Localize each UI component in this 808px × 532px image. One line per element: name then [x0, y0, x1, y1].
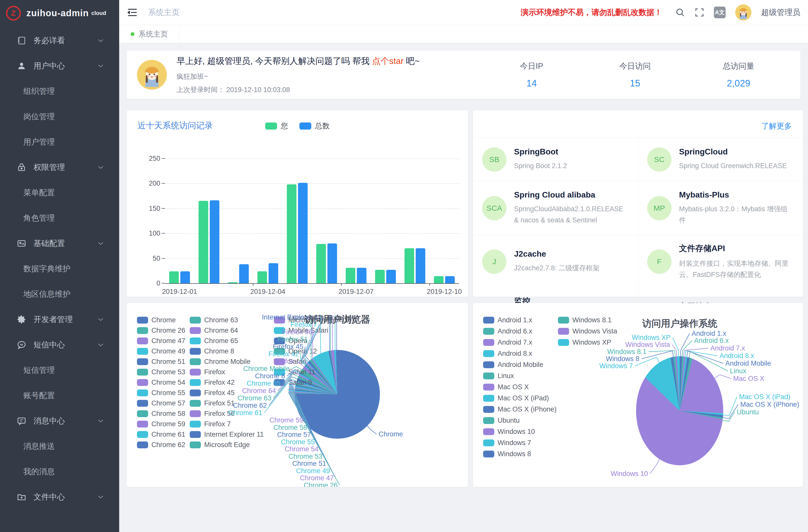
- legend-item[interactable]: Chrome 63: [190, 316, 238, 324]
- legend-item[interactable]: Chrome: [137, 316, 176, 324]
- legend-item[interactable]: 总数: [299, 121, 330, 131]
- legend-item[interactable]: Chrome 62: [137, 441, 185, 449]
- legend-item[interactable]: Firefox 56: [190, 410, 235, 418]
- legend-swatch: [190, 400, 201, 407]
- sidebar-item-account-config[interactable]: 账号配置: [0, 383, 119, 408]
- pie-chart[interactable]: [636, 356, 723, 465]
- feature-springcloud[interactable]: SC SpringCloudSpring Cloud Greenwich.REL…: [638, 138, 803, 181]
- legend-item[interactable]: Internet Explorer 11: [190, 430, 264, 438]
- legend-item[interactable]: Linux: [483, 372, 514, 380]
- sidebar-item-my-messages[interactable]: 我的消息: [0, 459, 119, 484]
- legend-item[interactable]: Chrome Mobile: [190, 358, 251, 366]
- sidebar-item-role-mgmt[interactable]: 角色管理: [0, 205, 119, 231]
- feature-file-storage-api[interactable]: F 文件存储API封装文件接口，实现本地存储、阿里云、FastDFS存储的配置化: [638, 235, 803, 288]
- legend-item[interactable]: Chrome 53: [137, 368, 185, 376]
- feature-springboot[interactable]: SB SpringBootSpring Boot 2.1.2: [473, 138, 638, 181]
- pie-slice-label: Chrome Mobile: [243, 365, 290, 373]
- breadcrumb[interactable]: 系统主页: [148, 7, 180, 18]
- legend-item[interactable]: 您: [265, 121, 288, 131]
- gridline: [165, 159, 459, 159]
- legend-label: Windows XP: [572, 338, 611, 346]
- sidebar-item-region-maintain[interactable]: 地区信息维护: [0, 281, 119, 307]
- legend-item[interactable]: Chrome 26: [137, 327, 185, 334]
- legend-item[interactable]: Firefox 7: [190, 420, 231, 428]
- legend-item[interactable]: Windows 7: [483, 439, 531, 447]
- sidebar-item-org-mgmt[interactable]: 组织管理: [0, 79, 119, 104]
- legend-item[interactable]: Android 8.x: [483, 350, 532, 357]
- legend-item[interactable]: Firefox: [190, 368, 225, 376]
- legend-item[interactable]: Windows 8.1: [558, 316, 612, 324]
- sidebar-item-file-center[interactable]: 文件中心: [0, 484, 119, 510]
- legend-item[interactable]: Android 1.x: [483, 316, 532, 324]
- legend-item[interactable]: Chrome 64: [190, 327, 238, 334]
- legend-item[interactable]: Firefox 45: [190, 389, 235, 397]
- sidebar-item-must-read[interactable]: 务必详看: [0, 28, 119, 53]
- sidebar-item-sms-mgmt[interactable]: 短信管理: [0, 357, 119, 383]
- sidebar-item-menu-config[interactable]: 菜单配置: [0, 180, 119, 205]
- sidebar-item-msg-push[interactable]: 消息推送: [0, 434, 119, 459]
- bar-segment: [199, 201, 208, 283]
- app-logo[interactable]: Z zuihou-admin cloud: [0, 0, 119, 26]
- feature-mybatis-plus[interactable]: MP Mybatis-PlusMybatis-plus 3.2.0：Mybati…: [638, 181, 803, 235]
- sidebar-item-dict-maintain[interactable]: 数据字典维护: [0, 256, 119, 281]
- sidebar-item-permission[interactable]: 权限管理: [0, 155, 119, 180]
- legend-item[interactable]: Mac OS X (iPhone): [483, 405, 557, 413]
- search-icon[interactable]: [675, 7, 685, 17]
- legend-item[interactable]: Android Mobile: [483, 361, 543, 369]
- legend-item[interactable]: Ubuntu: [483, 417, 520, 424]
- legend-item[interactable]: Chrome 57: [137, 399, 185, 407]
- menu-fold-icon[interactable]: [127, 8, 137, 17]
- pie-slice-label: Firefox 51: [277, 335, 308, 343]
- legend-item[interactable]: Windows 10: [483, 428, 535, 436]
- legend-label: Windows 10: [498, 428, 535, 436]
- star-link[interactable]: 点个star: [372, 56, 404, 66]
- pie-chart[interactable]: [295, 350, 380, 439]
- notebook-icon: [17, 36, 26, 45]
- avatar[interactable]: [735, 4, 751, 20]
- feature-abbr-badge: MP: [647, 196, 672, 220]
- legend-item[interactable]: Chrome 59: [137, 420, 185, 428]
- legend-item[interactable]: Windows Vista: [558, 327, 617, 335]
- legend-item[interactable]: Chrome 65: [190, 337, 238, 345]
- browser-pie-title: 访问用户浏览器: [305, 313, 370, 326]
- x-tick: [341, 283, 342, 286]
- legend-item[interactable]: Chrome 58: [137, 410, 185, 418]
- legend-item[interactable]: Mac OS X (iPad): [483, 394, 549, 402]
- legend-item[interactable]: Chrome 61: [137, 430, 185, 438]
- sidebar-item-basic-config[interactable]: 基础配置: [0, 231, 119, 256]
- legend-item[interactable]: Windows 8: [483, 450, 531, 458]
- stat-total-visits: 总访问量 2,029: [687, 61, 790, 89]
- sidebar-item-message-center[interactable]: 消息中心: [0, 408, 119, 434]
- learn-more-link[interactable]: 了解更多: [761, 121, 792, 131]
- feature-spring-cloud-alibaba[interactable]: SCA Spring Cloud alibabaSpringCloudAliba…: [473, 181, 638, 235]
- legend-item[interactable]: Chrome 54: [137, 379, 185, 386]
- greeting-title: 早上好, 超级管理员, 今天帮别人解决问题了吗 帮我 点个star 吧~: [177, 55, 480, 67]
- legend-item[interactable]: Chrome 55: [137, 389, 185, 397]
- translate-icon[interactable]: A文: [714, 6, 726, 18]
- legend-item[interactable]: Chrome 49: [137, 347, 185, 355]
- feature-j2cache[interactable]: J J2cacheJ2cache2.7.8: 二级缓存框架: [473, 235, 638, 288]
- sidebar-item-post-mgmt[interactable]: 岗位管理: [0, 104, 119, 129]
- x-axis-label: 2019-12-04: [250, 288, 285, 296]
- pie-slice-label: Windows XP: [632, 334, 671, 342]
- legend-item[interactable]: Chrome 8: [190, 347, 234, 355]
- legend-swatch: [558, 317, 569, 324]
- legend-item[interactable]: Microsoft Edge: [190, 441, 250, 449]
- legend-item[interactable]: Firefox 42: [190, 379, 235, 386]
- tab-home[interactable]: 系统主页: [119, 25, 180, 43]
- legend-item[interactable]: Chrome 51: [137, 358, 185, 366]
- pie-slice-label: Chrome 57: [277, 431, 311, 439]
- pie-slice-label: Chrome 63: [237, 394, 271, 402]
- legend-item[interactable]: Chrome 47: [137, 337, 185, 345]
- sidebar-item-user-mgmt[interactable]: 用户管理: [0, 129, 119, 155]
- legend-item[interactable]: Firefox 51: [190, 399, 235, 407]
- current-user-name[interactable]: 超级管理员: [761, 7, 801, 18]
- fullscreen-icon[interactable]: [695, 7, 704, 17]
- legend-item[interactable]: Mac OS X: [483, 383, 529, 391]
- sidebar-item-user-center[interactable]: 用户中心: [0, 53, 119, 79]
- legend-item[interactable]: Android 6.x: [483, 327, 532, 335]
- sidebar-item-sms-center[interactable]: 短信中心: [0, 332, 119, 357]
- sidebar-item-developer[interactable]: 开发者管理: [0, 307, 119, 332]
- legend-item[interactable]: Android 7.x: [483, 338, 532, 346]
- legend-item[interactable]: Windows XP: [558, 338, 611, 346]
